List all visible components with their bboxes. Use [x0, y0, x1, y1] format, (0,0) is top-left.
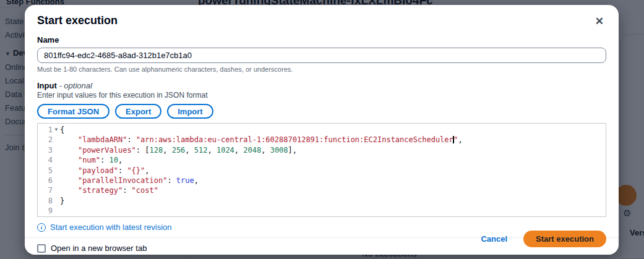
fold-spacer [53, 185, 60, 195]
info-icon: i [37, 223, 46, 232]
code-text: "powerValues": [128, 256, 512, 1024, 204… [60, 145, 297, 155]
fold-spacer [53, 135, 60, 145]
line-number: 6 [38, 176, 53, 185]
editor-line: 8} [38, 196, 606, 206]
modal-title: Start execution [37, 14, 604, 27]
start-execution-modal: Start execution ✕ Name Must be 1-80 char… [25, 5, 619, 255]
input-optional-suffix: - optional [57, 81, 92, 90]
fold-spacer [53, 196, 60, 206]
start-execution-button[interactable]: Start execution [523, 231, 606, 247]
editor-line: 3 "powerValues": [128, 256, 512, 1024, 2… [38, 145, 606, 155]
latest-revision-link[interactable]: Start execution with latest revision [50, 223, 172, 232]
execution-name-input[interactable] [37, 48, 606, 63]
line-number: 3 [38, 145, 53, 155]
import-button[interactable]: Import [167, 104, 213, 119]
modal-header: Start execution ✕ [25, 5, 619, 27]
code-text: "lambdaARN": "arn:aws:lambda:eu-central-… [60, 135, 463, 145]
fold-spacer [53, 166, 60, 176]
code-text: "parallelInvocation": true, [60, 176, 199, 185]
fold-spacer [53, 206, 60, 216]
json-toolbar: Format JSONExportImport [37, 104, 606, 119]
line-number: 1 [38, 125, 53, 135]
fold-spacer [53, 145, 60, 155]
input-section-description: Enter input values for this execution in… [37, 91, 606, 100]
editor-line: 9 [38, 206, 606, 216]
input-section-label: Input - optional [37, 81, 606, 90]
code-text: { [60, 125, 64, 135]
input-label: Input [37, 81, 57, 90]
line-number: 4 [38, 155, 53, 165]
line-number: 2 [38, 135, 53, 145]
export-button[interactable]: Export [115, 104, 161, 119]
open-new-tab-label: Open in a new browser tab [51, 244, 147, 253]
open-new-tab-checkbox[interactable] [37, 244, 46, 253]
editor-line: 4 "num": 10, [38, 155, 606, 165]
name-constraint-text: Must be 1-80 characters. Can use alphanu… [37, 66, 606, 73]
json-input-editor[interactable]: 1▼{2 "lambdaARN": "arn:aws:lambda:eu-cen… [37, 123, 606, 217]
name-field-label: Name [37, 35, 606, 45]
editor-line: 5 "payload": "{}", [38, 166, 606, 176]
close-icon[interactable]: ✕ [593, 12, 606, 30]
code-text: "payload": "{}", [60, 166, 150, 176]
line-number: 7 [38, 185, 53, 195]
line-number: 9 [38, 206, 53, 216]
format-json-button[interactable]: Format JSON [37, 104, 109, 119]
code-text: "num": 10, [60, 155, 122, 165]
fold-arrow-icon[interactable]: ▼ [53, 125, 60, 135]
line-number: 5 [38, 166, 53, 176]
code-text: "strategy": "cost" [60, 185, 158, 195]
editor-line: 7 "strategy": "cost" [38, 185, 606, 195]
cancel-button[interactable]: Cancel [481, 234, 507, 244]
editor-line: 6 "parallelInvocation": true, [38, 176, 606, 185]
editor-line: 1▼{ [38, 125, 606, 135]
line-number: 8 [38, 196, 53, 206]
code-text: } [60, 196, 64, 206]
editor-line: 2 "lambdaARN": "arn:aws:lambda:eu-centra… [38, 135, 606, 145]
fold-spacer [53, 176, 60, 185]
fold-spacer [53, 155, 60, 165]
modal-footer-actions: Cancel Start execution [481, 231, 606, 247]
